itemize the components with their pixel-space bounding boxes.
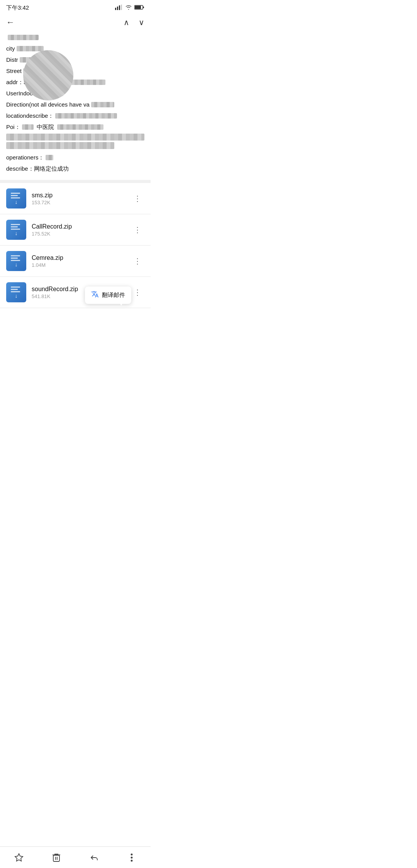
file-line bbox=[11, 197, 20, 198]
status-bar: 下午3:42 bbox=[0, 0, 151, 14]
file-line bbox=[11, 258, 18, 259]
partial-top-row bbox=[6, 32, 144, 42]
district-label: Distr bbox=[6, 54, 18, 65]
signal-icon bbox=[115, 5, 123, 11]
nav-up-button[interactable]: ∧ bbox=[124, 18, 129, 27]
blurred-block-row1 bbox=[6, 134, 144, 141]
bubble-arrow: ▼ bbox=[119, 302, 124, 307]
location-describe-row: locationdescribe： bbox=[6, 110, 144, 121]
file-list: ↓ sms.zip 153.72K ⋮ ↓ CallRecord.zip 175… bbox=[0, 183, 151, 308]
direction-row: Direction(not all devices have va bbox=[6, 99, 144, 110]
file-menu-2[interactable]: ⋮ bbox=[131, 253, 144, 269]
svg-rect-3 bbox=[121, 5, 122, 10]
translate-bubble[interactable]: 翻译邮件 ▼ bbox=[85, 287, 131, 304]
file-size-1: 175.52K bbox=[32, 231, 131, 237]
file-line bbox=[11, 224, 20, 225]
svg-rect-0 bbox=[115, 8, 116, 10]
file-line bbox=[11, 193, 20, 194]
file-name-0: sms.zip bbox=[32, 192, 131, 199]
file-item-3: ↓ soundRecord.zip 541.81K ⋮ 翻译邮件 ▼ bbox=[0, 277, 151, 308]
download-icon-3: ↓ bbox=[15, 293, 18, 298]
file-menu-1[interactable]: ⋮ bbox=[131, 222, 144, 237]
file-size-2: 1.04M bbox=[32, 262, 131, 268]
download-icon-1: ↓ bbox=[15, 231, 18, 236]
file-line bbox=[11, 195, 18, 196]
user-indoor-row: UserIndoorState： bbox=[6, 88, 144, 98]
street-label: Street bbox=[6, 66, 22, 76]
nav-down-button[interactable]: ∨ bbox=[139, 18, 144, 27]
city-row: city bbox=[6, 43, 144, 54]
blurred-top bbox=[8, 35, 39, 40]
file-icon-lines-2 bbox=[11, 255, 22, 261]
file-icon-2: ↓ bbox=[6, 251, 26, 271]
file-line bbox=[11, 289, 18, 290]
describe-label: describe：网络定位成功 bbox=[6, 163, 69, 174]
file-info-1: CallRecord.zip 175.52K bbox=[32, 223, 131, 237]
file-item-2: ↓ Cemrea.zip 1.04M ⋮ bbox=[0, 246, 151, 277]
nav-arrows: ∧ ∨ bbox=[124, 18, 144, 27]
city-label: city bbox=[6, 43, 15, 54]
location-describe-label: locationdescribe： bbox=[6, 110, 54, 121]
blurred-block-row2 bbox=[6, 142, 144, 149]
operationers-value-blur bbox=[46, 155, 53, 160]
content-area: city Distr 区 Street addr：5 UserIndoorSta… bbox=[0, 32, 151, 174]
file-icon-0: ↓ bbox=[6, 188, 26, 209]
back-button[interactable]: ← bbox=[6, 17, 15, 27]
file-menu-0[interactable]: ⋮ bbox=[131, 191, 144, 206]
file-icon-lines-0 bbox=[11, 193, 22, 198]
status-time: 下午3:42 bbox=[6, 4, 29, 12]
file-menu-3[interactable]: ⋮ bbox=[131, 285, 144, 300]
translate-label: 翻译邮件 bbox=[102, 292, 125, 299]
location-describe-value-blur bbox=[55, 113, 117, 119]
file-name-2: Cemrea.zip bbox=[32, 254, 131, 261]
file-info-2: Cemrea.zip 1.04M bbox=[32, 254, 131, 268]
file-item-0: ↓ sms.zip 153.72K ⋮ bbox=[0, 183, 151, 214]
status-icons bbox=[115, 5, 144, 11]
file-icon-lines-3 bbox=[11, 287, 22, 292]
file-line bbox=[11, 226, 18, 227]
download-icon-2: ↓ bbox=[15, 262, 18, 267]
city-value-blur bbox=[17, 46, 44, 51]
blurred-block2 bbox=[6, 142, 114, 149]
poi-hospital: 中医院 bbox=[37, 122, 54, 132]
file-line bbox=[11, 229, 20, 230]
file-icon-3: ↓ bbox=[6, 282, 26, 302]
svg-rect-1 bbox=[117, 7, 118, 10]
file-info-0: sms.zip 153.72K bbox=[32, 192, 131, 205]
file-size-0: 153.72K bbox=[32, 200, 131, 205]
nav-bar: ← ∧ ∨ bbox=[0, 14, 151, 32]
direction-value-blur bbox=[91, 102, 114, 107]
file-item-1: ↓ CallRecord.zip 175.52K ⋮ bbox=[0, 214, 151, 246]
file-icon-1: ↓ bbox=[6, 220, 26, 240]
svg-rect-6 bbox=[143, 7, 144, 8]
battery-icon bbox=[134, 5, 144, 11]
describe-row: describe：网络定位成功 bbox=[6, 163, 144, 174]
avatar-blur bbox=[23, 50, 73, 100]
poi-value-blur2 bbox=[57, 124, 103, 130]
blurred-block1 bbox=[6, 134, 144, 141]
translate-icon bbox=[91, 290, 99, 300]
file-line bbox=[11, 260, 20, 261]
poi-row: Poi： 中医院 bbox=[6, 122, 144, 132]
file-line bbox=[11, 255, 20, 256]
file-name-1: CallRecord.zip bbox=[32, 223, 131, 230]
direction-label: Direction(not all devices have va bbox=[6, 99, 90, 110]
download-icon-0: ↓ bbox=[15, 199, 18, 205]
operationers-label: operationers： bbox=[6, 152, 44, 163]
poi-label: Poi： bbox=[6, 122, 20, 132]
wifi-icon bbox=[125, 5, 132, 11]
file-line bbox=[11, 291, 20, 292]
poi-value-blur1 bbox=[22, 124, 34, 130]
operationers-row: operationers： bbox=[6, 152, 144, 163]
file-icon-lines-1 bbox=[11, 224, 22, 230]
svg-rect-5 bbox=[135, 6, 141, 9]
svg-rect-2 bbox=[119, 5, 120, 10]
file-line bbox=[11, 287, 20, 288]
separator bbox=[0, 180, 151, 183]
